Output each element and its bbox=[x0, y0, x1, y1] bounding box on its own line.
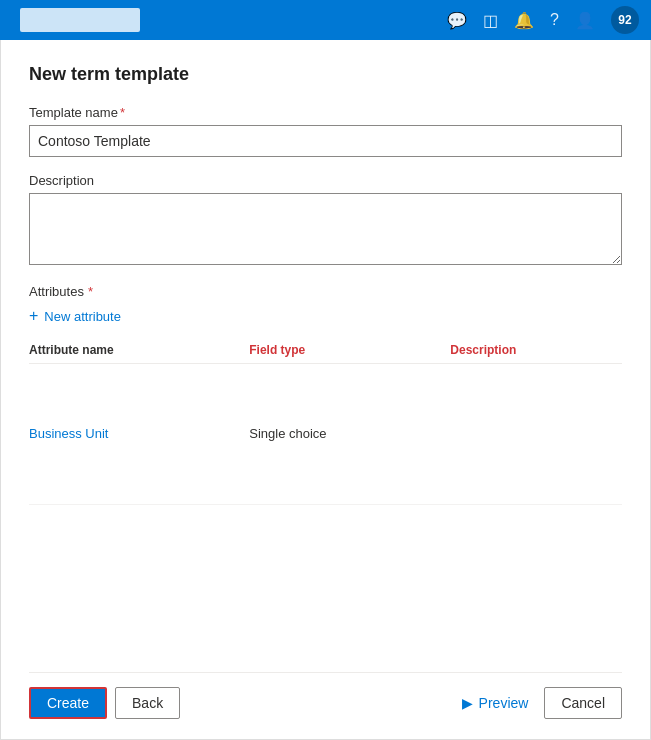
topbar-left bbox=[12, 8, 433, 32]
row-attribute-name: Business Unit bbox=[29, 364, 249, 505]
table-row: Business Unit Single choice bbox=[29, 364, 622, 505]
attributes-table: Attribute name Field type Description Bu… bbox=[29, 337, 622, 505]
notification-icon[interactable]: 🔔 bbox=[514, 11, 534, 30]
settings-icon[interactable]: 👤 bbox=[575, 11, 595, 30]
app-logo bbox=[20, 8, 140, 32]
new-attribute-button[interactable]: + New attribute bbox=[29, 307, 622, 325]
cancel-button[interactable]: Cancel bbox=[544, 687, 622, 719]
topbar-icons: 💬 ◫ 🔔 ? 👤 92 bbox=[447, 6, 639, 34]
page-title: New term template bbox=[29, 64, 622, 85]
row-field-type: Single choice bbox=[249, 364, 450, 505]
template-name-group: Template name* bbox=[29, 105, 622, 157]
description-input[interactable] bbox=[29, 193, 622, 265]
preview-label: Preview bbox=[479, 695, 529, 711]
new-attribute-label: New attribute bbox=[44, 309, 121, 324]
col-header-description: Description bbox=[450, 337, 622, 364]
feedback-icon[interactable]: 💬 bbox=[447, 11, 467, 30]
template-name-input[interactable] bbox=[29, 125, 622, 157]
help-icon[interactable]: ? bbox=[550, 11, 559, 29]
back-button[interactable]: Back bbox=[115, 687, 180, 719]
attributes-section-label: Attributes* bbox=[29, 284, 622, 299]
preview-button[interactable]: ▶ Preview bbox=[454, 695, 537, 711]
template-name-label: Template name* bbox=[29, 105, 622, 120]
preview-icon: ▶ bbox=[462, 695, 473, 711]
table-header-row: Attribute name Field type Description bbox=[29, 337, 622, 364]
attribute-name-link[interactable]: Business Unit bbox=[29, 426, 108, 441]
topbar: 💬 ◫ 🔔 ? 👤 92 bbox=[0, 0, 651, 40]
col-header-name: Attribute name bbox=[29, 337, 249, 364]
main-panel: New term template Template name* Descrip… bbox=[0, 40, 651, 740]
description-group: Description bbox=[29, 173, 622, 268]
footer: Create Back ▶ Preview Cancel bbox=[29, 672, 622, 719]
create-button[interactable]: Create bbox=[29, 687, 107, 719]
col-header-field-type: Field type bbox=[249, 337, 450, 364]
description-label: Description bbox=[29, 173, 622, 188]
user-avatar[interactable]: 92 bbox=[611, 6, 639, 34]
row-description bbox=[450, 364, 622, 505]
plus-icon: + bbox=[29, 307, 38, 325]
apps-icon[interactable]: ◫ bbox=[483, 11, 498, 30]
